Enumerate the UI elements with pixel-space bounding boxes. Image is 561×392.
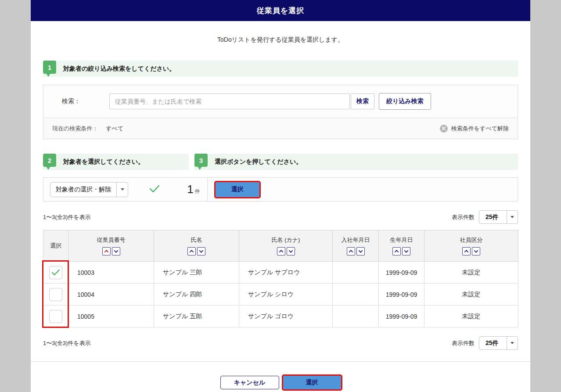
header-kana: 氏名 (カナ) bbox=[239, 230, 333, 262]
pagination-info: 1〜3(全3)件を表示 bbox=[43, 213, 91, 221]
clear-search-conditions-label: 検索条件をすべて解除 bbox=[451, 125, 509, 133]
caret-down-icon bbox=[507, 211, 518, 223]
selected-count-value: 1 bbox=[187, 183, 193, 196]
search-input[interactable] bbox=[109, 94, 350, 109]
sort-desc-button[interactable] bbox=[472, 247, 480, 255]
step-1-badge: 1 bbox=[43, 61, 56, 74]
header-category: 社員区分 bbox=[424, 230, 518, 262]
table-row: 10004 サンプル 四郎 サンプル シロウ 1999-09-09 未設定 bbox=[43, 284, 518, 306]
selected-count: 1 件 bbox=[187, 183, 200, 196]
search-label: 検索： bbox=[62, 97, 109, 105]
cell-category: 未設定 bbox=[424, 306, 518, 327]
current-conditions-label: 現在の検索条件： bbox=[52, 125, 98, 133]
row-checkbox[interactable] bbox=[49, 266, 62, 279]
modal-header: 従業員を選択 bbox=[31, 0, 530, 21]
cell-hire-date bbox=[333, 306, 379, 327]
sort-asc-button[interactable] bbox=[187, 247, 196, 255]
cell-hire-date bbox=[333, 284, 379, 306]
header-name: 氏名 bbox=[154, 230, 239, 262]
step-3-strip: 3 選択ボタンを押してください。 bbox=[194, 154, 518, 170]
cell-employee-no: 10005 bbox=[68, 306, 154, 327]
select-deselect-dropdown-label: 対象者の選択・解除 bbox=[50, 183, 116, 197]
step-2-badge: 2 bbox=[43, 154, 56, 167]
pagination-bottom: 1〜3(全3)件を表示 表示件数 25件 bbox=[43, 336, 518, 350]
page-title: 従業員を選択 bbox=[257, 6, 304, 16]
step-2-strip: 2 対象者を選択してください。 bbox=[43, 154, 189, 170]
cell-category: 未設定 bbox=[424, 262, 518, 284]
filter-search-button[interactable]: 絞り込み検索 bbox=[379, 93, 431, 110]
cancel-button[interactable]: キャンセル bbox=[220, 376, 279, 389]
table-header-row: 選択 従業員番号 bbox=[43, 230, 518, 262]
page-size-value: 25件 bbox=[479, 337, 507, 349]
header-hire-date: 入社年月日 bbox=[333, 230, 379, 262]
caret-down-icon bbox=[507, 337, 518, 349]
sort-asc-button[interactable] bbox=[462, 247, 471, 255]
cell-birth-date: 1999-09-09 bbox=[379, 262, 424, 284]
toolbar-select-button[interactable]: 選択 bbox=[216, 182, 259, 197]
sort-asc-button[interactable] bbox=[392, 247, 401, 255]
footer: キャンセル 選択 bbox=[31, 376, 530, 389]
select-deselect-dropdown[interactable]: 対象者の選択・解除 bbox=[50, 182, 128, 197]
search-panel: 検索： 検索 絞り込み検索 現在の検索条件： すべて 検索条件をすべて解除 bbox=[43, 85, 518, 139]
cell-name: サンプル 四郎 bbox=[154, 284, 239, 306]
cell-birth-date: 1999-09-09 bbox=[379, 284, 424, 306]
modal-subtitle: ToDoリストを発行する従業員を選択します。 bbox=[31, 36, 530, 44]
sort-desc-button[interactable] bbox=[402, 247, 410, 255]
sort-desc-button[interactable] bbox=[112, 247, 120, 255]
page-size-dropdown[interactable]: 25件 bbox=[479, 210, 518, 224]
row-checkbox[interactable] bbox=[49, 310, 62, 323]
search-button[interactable]: 検索 bbox=[351, 94, 374, 109]
page-size-value: 25件 bbox=[479, 211, 507, 223]
footer-select-button[interactable]: 選択 bbox=[283, 376, 341, 389]
cell-kana: サンプル ゴロウ bbox=[239, 306, 333, 327]
sort-desc-button[interactable] bbox=[197, 247, 205, 255]
current-conditions-value: すべて bbox=[106, 125, 123, 133]
row-checkbox[interactable] bbox=[49, 288, 62, 301]
table-row: 10003 サンプル 三郎 サンプル サブロウ 1999-09-09 未設定 bbox=[43, 262, 518, 284]
cell-employee-no: 10004 bbox=[68, 284, 154, 306]
page-size-label: 表示件数 bbox=[452, 339, 475, 347]
employee-table: 選択 従業員番号 bbox=[43, 230, 518, 327]
sort-asc-button[interactable] bbox=[102, 247, 111, 255]
cell-name: サンプル 五郎 bbox=[154, 306, 239, 327]
sort-asc-button[interactable] bbox=[347, 247, 355, 255]
table-row: 10005 サンプル 五郎 サンプル ゴロウ 1999-09-09 未設定 bbox=[43, 306, 518, 327]
clear-search-conditions-button[interactable]: 検索条件をすべて解除 bbox=[440, 125, 509, 133]
employee-select-modal: 従業員を選択 ToDoリストを発行する従業員を選択します。 1 対象者の絞り込み… bbox=[31, 0, 530, 392]
pagination-info: 1〜3(全3)件を表示 bbox=[43, 339, 91, 347]
selected-count-unit: 件 bbox=[195, 188, 200, 195]
toolbar-divider bbox=[207, 178, 208, 201]
cell-employee-no: 10003 bbox=[68, 262, 154, 284]
current-conditions-row: 現在の検索条件： すべて 検索条件をすべて解除 bbox=[43, 118, 518, 139]
header-birth-date: 生年月日 bbox=[379, 230, 424, 262]
selection-toolbar: 対象者の選択・解除 1 件 選択 bbox=[43, 177, 518, 201]
step-2-text: 対象者を選択してください。 bbox=[63, 158, 144, 166]
cell-hire-date bbox=[333, 262, 379, 284]
cell-birth-date: 1999-09-09 bbox=[379, 306, 424, 327]
caret-down-icon bbox=[116, 183, 128, 197]
step-3-badge: 3 bbox=[194, 154, 208, 167]
header-select: 選択 bbox=[43, 230, 68, 262]
check-icon bbox=[51, 269, 60, 276]
sort-desc-button[interactable] bbox=[356, 247, 365, 255]
header-employee-no: 従業員番号 bbox=[68, 230, 154, 262]
pagination-top: 1〜3(全3)件を表示 表示件数 25件 bbox=[43, 210, 518, 224]
step-1-text: 対象者の絞り込み検索をしてください。 bbox=[63, 65, 175, 73]
step-3-text: 選択ボタンを押してください。 bbox=[215, 158, 302, 166]
employee-table-wrap: 選択 従業員番号 bbox=[43, 230, 518, 327]
page-size-label: 表示件数 bbox=[452, 213, 475, 221]
circle-x-icon bbox=[440, 125, 448, 133]
cell-name: サンプル 三郎 bbox=[154, 262, 239, 284]
sort-desc-button[interactable] bbox=[287, 247, 295, 255]
footer-divider bbox=[31, 361, 530, 362]
cell-kana: サンプル シロウ bbox=[239, 284, 333, 306]
page-size-dropdown[interactable]: 25件 bbox=[479, 336, 518, 350]
checkmark-icon bbox=[149, 185, 160, 194]
sort-asc-button[interactable] bbox=[277, 247, 285, 255]
step-1-strip: 1 対象者の絞り込み検索をしてください。 bbox=[43, 61, 518, 77]
cell-category: 未設定 bbox=[424, 284, 518, 306]
cell-kana: サンプル サブロウ bbox=[239, 262, 333, 284]
